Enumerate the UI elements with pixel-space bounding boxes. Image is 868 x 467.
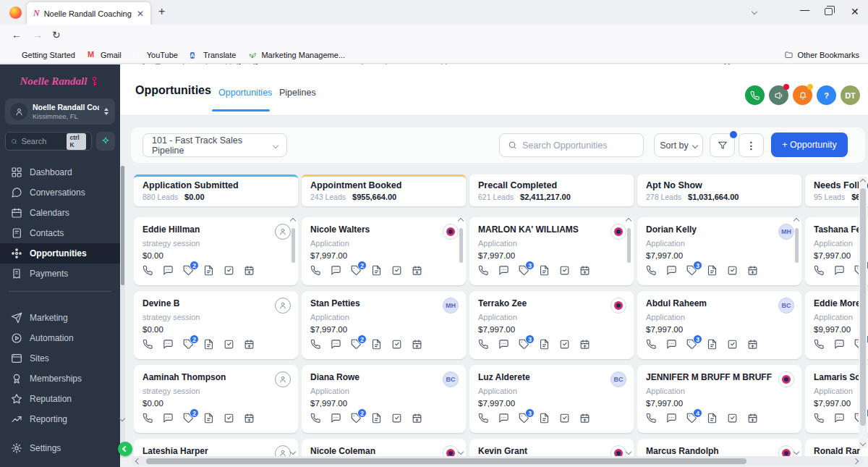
call-icon[interactable] [814, 413, 825, 424]
brand-logo[interactable]: Noelle Randall [0, 64, 120, 94]
notes-icon[interactable] [539, 413, 550, 424]
assignee-avatar[interactable] [275, 445, 291, 456]
forward-button[interactable]: → [33, 29, 43, 41]
add-appointment-icon[interactable] [412, 413, 422, 424]
call-icon[interactable] [646, 339, 657, 350]
opportunity-card[interactable]: Luz Alderete BC Application $7,997.00 3 [469, 365, 634, 433]
notes-icon[interactable] [371, 413, 382, 424]
more-options-button[interactable]: ⋮ [739, 133, 764, 157]
tasks-icon[interactable] [559, 339, 570, 350]
opportunity-card[interactable]: Dorian Kelly MH Application $7,997.00 3 [637, 217, 801, 285]
message-icon[interactable] [666, 265, 677, 276]
call-icon[interactable] [142, 265, 153, 276]
sidebar-item-opportunities[interactable]: Opportunities [0, 243, 120, 264]
message-icon[interactable] [163, 339, 174, 350]
add-appointment-icon[interactable] [244, 339, 255, 350]
tag-icon[interactable]: 2 [183, 413, 194, 424]
firefox-logo-icon[interactable] [9, 7, 22, 19]
add-opportunity-button[interactable]: + Opportunity [771, 132, 848, 157]
window-minimize-button[interactable]: — [800, 4, 809, 15]
sidebar-item-calendars[interactable]: Calendars [0, 203, 120, 223]
assignee-avatar[interactable] [275, 298, 291, 314]
tasks-icon[interactable] [559, 265, 570, 276]
opportunity-card[interactable]: Devine B strategy session $0.00 2 [134, 291, 298, 359]
opportunity-card[interactable]: Diana Rowe BC Application $7,997.00 2 [302, 365, 466, 433]
add-appointment-icon[interactable] [412, 265, 422, 276]
notifications-button[interactable] [793, 85, 812, 105]
bookmark-youtube[interactable]: YouTube [134, 50, 178, 59]
tasks-icon[interactable] [391, 413, 402, 424]
tab-list-chevron-icon[interactable] [752, 9, 757, 14]
notes-icon[interactable] [539, 265, 550, 276]
message-icon[interactable] [834, 339, 845, 350]
assignee-avatar[interactable] [443, 224, 459, 240]
sidebar-search-input[interactable] [21, 137, 63, 146]
tasks-icon[interactable] [391, 339, 402, 350]
assignee-avatar[interactable]: BC [610, 371, 626, 387]
message-icon[interactable] [666, 413, 677, 424]
tag-icon[interactable]: 2 [183, 339, 194, 350]
tag-icon[interactable]: 2 [351, 339, 362, 350]
sidebar-item-contacts[interactable]: Contacts [0, 223, 120, 243]
opportunity-card[interactable]: Lateshia Harper [134, 439, 298, 456]
notes-icon[interactable] [539, 339, 550, 350]
column-scrollbar-thumb[interactable] [627, 228, 631, 263]
sidebar-search[interactable]: ctrl K [5, 132, 92, 151]
add-appointment-icon[interactable] [412, 339, 422, 350]
column-scrollbar-thumb[interactable] [459, 228, 463, 263]
assignee-avatar[interactable] [778, 445, 794, 456]
add-appointment-icon[interactable] [579, 413, 590, 424]
tag-icon[interactable]: 2 [351, 265, 362, 276]
call-icon[interactable] [646, 265, 657, 276]
add-appointment-icon[interactable] [747, 413, 758, 424]
opportunity-card[interactable]: JENNIFER M BRUFF M BRUFF Application $7,… [637, 365, 801, 433]
column-header[interactable]: Appointment Booked 243 Leads$955,664.00 [302, 174, 466, 206]
tasks-icon[interactable] [727, 339, 738, 350]
opportunities-search-input[interactable] [522, 140, 631, 151]
message-icon[interactable] [498, 413, 509, 424]
tag-icon[interactable]: 3 [519, 265, 529, 276]
sidebar-item-automation[interactable]: Automation [0, 328, 120, 348]
add-appointment-icon[interactable] [244, 413, 255, 424]
board-vertical-scrollbar[interactable] [859, 177, 867, 448]
tag-icon[interactable]: 3 [519, 413, 529, 424]
message-icon[interactable] [498, 339, 509, 350]
assignee-avatar[interactable] [443, 445, 459, 456]
add-appointment-icon[interactable] [747, 265, 758, 276]
sidebar-scrollbar[interactable] [120, 166, 125, 455]
column-scrollbar-thumb[interactable] [292, 228, 295, 263]
announcements-button[interactable] [769, 85, 788, 105]
notes-icon[interactable] [371, 339, 382, 350]
assignee-avatar[interactable] [275, 224, 291, 240]
scroll-right-icon[interactable] [853, 458, 859, 463]
assignee-avatar[interactable]: MH [778, 224, 794, 240]
message-icon[interactable] [163, 413, 174, 424]
help-button[interactable]: ? [817, 85, 836, 105]
column-header[interactable]: Apt No Show 278 Leads$1,031,664.00 [637, 174, 801, 206]
message-icon[interactable] [666, 339, 677, 350]
column-header[interactable]: Precall Completed 621 Leads$2,411,217.00 [469, 174, 634, 206]
call-icon[interactable] [310, 413, 321, 424]
message-icon[interactable] [834, 265, 845, 276]
opportunity-card[interactable]: Abdul Raheem BC Application $7,997.00 3 [637, 291, 801, 359]
new-tab-button[interactable]: + [158, 5, 165, 18]
tab-pipelines[interactable]: Pipelines [279, 88, 316, 98]
opportunity-card[interactable]: Nicole Walters Application $7,997.00 2 [302, 217, 466, 285]
tasks-icon[interactable] [727, 413, 738, 424]
message-icon[interactable] [498, 265, 509, 276]
message-icon[interactable] [331, 339, 341, 350]
notes-icon[interactable] [203, 339, 214, 350]
tab-opportunities[interactable]: Opportunities [218, 88, 272, 98]
sidebar-item-memberships[interactable]: Memberships [0, 369, 120, 389]
notes-icon[interactable] [707, 413, 718, 424]
bookmark-getting-started[interactable]: Getting Started [9, 50, 75, 59]
call-icon[interactable] [814, 265, 825, 276]
call-icon[interactable] [142, 413, 153, 424]
tasks-icon[interactable] [224, 339, 234, 350]
window-close-button[interactable]: ✕ [851, 6, 859, 17]
assignee-avatar[interactable] [610, 445, 626, 456]
message-icon[interactable] [834, 413, 845, 424]
call-icon[interactable] [478, 413, 489, 424]
profile-button[interactable]: DT [841, 85, 860, 105]
other-bookmarks-folder[interactable]: Other Bookmarks [784, 50, 859, 59]
